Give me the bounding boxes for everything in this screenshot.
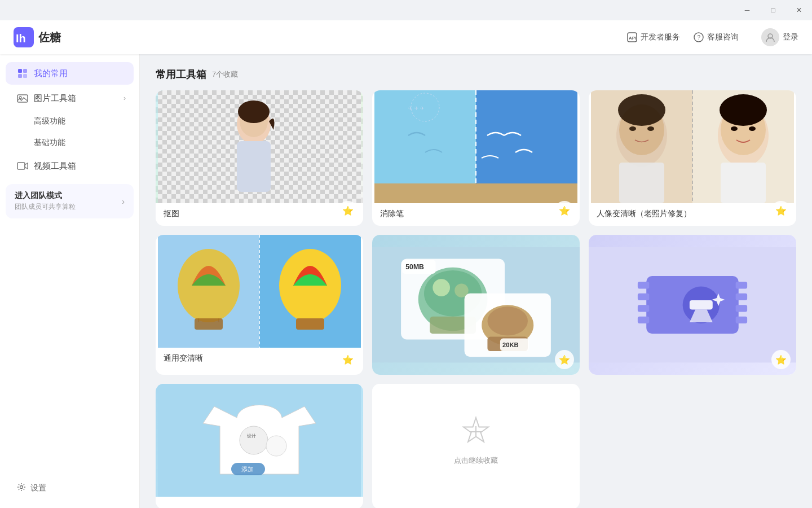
tool-card-portrait-fav[interactable]: ⭐ xyxy=(771,201,791,220)
tool-card-add-fav[interactable]: 点击继续收藏 xyxy=(372,384,580,508)
sidebar: 我的常用 图片工具箱 › 高级功能 基础功能 xyxy=(0,54,140,508)
section-badge: 7个收藏 xyxy=(212,69,238,80)
svg-point-37 xyxy=(647,126,654,131)
sidebar-favorites-label: 我的常用 xyxy=(34,68,68,79)
compress-svg: 50MB 20KB xyxy=(372,235,580,375)
add-fav-label: 点击继续收藏 xyxy=(454,456,498,466)
settings-icon xyxy=(17,483,26,493)
customer-service-label: 客服咨询 xyxy=(707,32,739,42)
svg-point-35 xyxy=(618,94,665,126)
customer-service-button[interactable]: ? 客服咨询 xyxy=(694,32,739,42)
team-card-chevron: › xyxy=(122,197,125,206)
portrait-svg xyxy=(589,90,796,203)
tool-card-tshirt[interactable]: 设计 添加 xyxy=(156,384,363,508)
tools-grid: 抠图 ⭐ ✈ ✈ ✈ xyxy=(156,90,796,508)
svg-rect-76 xyxy=(638,317,649,323)
svg-rect-73 xyxy=(638,282,649,288)
tool-card-enhance[interactable]: 通用变清晰 ⭐ xyxy=(156,235,363,375)
sidebar-spacer xyxy=(0,221,139,475)
svg-rect-21 xyxy=(237,141,271,192)
sidebar-image-label: 图片工具箱 xyxy=(34,93,76,104)
main-layout: 我的常用 图片工具箱 › 高级功能 基础功能 xyxy=(0,54,812,508)
settings-button[interactable]: 设置 xyxy=(6,477,134,499)
tool-card-tshirt-label xyxy=(156,497,363,508)
maximize-button[interactable]: □ xyxy=(760,0,786,20)
header-actions: API 开发者服务 ? 客服咨询 xyxy=(627,28,798,46)
enhance-svg xyxy=(156,235,363,348)
dev-service-button[interactable]: API 开发者服务 xyxy=(627,32,680,42)
tool-card-matting[interactable]: 抠图 ⭐ xyxy=(156,90,363,226)
tool-card-erase-pen-image: ✈ ✈ ✈ xyxy=(372,90,580,203)
api-icon: API xyxy=(627,32,637,42)
svg-rect-80 xyxy=(736,317,747,323)
app-container: Ih 佐糖 API 开发者服务 ? xyxy=(0,20,812,508)
tool-card-erase-pen[interactable]: ✈ ✈ ✈ 消除笔 xyxy=(372,90,580,226)
tool-card-portrait-label: 人像变清晰（老照片修复） xyxy=(589,203,796,226)
svg-rect-9 xyxy=(18,74,22,78)
add-fav-icon xyxy=(459,415,493,449)
svg-text:添加: 添加 xyxy=(241,466,254,472)
sidebar-item-video-toolbox[interactable]: 视频工具箱 xyxy=(6,155,134,177)
tool-card-erase-pen-label: 消除笔 xyxy=(372,203,580,226)
svg-rect-74 xyxy=(638,294,649,300)
settings-label: 设置 xyxy=(30,483,46,493)
avatar xyxy=(761,28,779,46)
svg-text:API: API xyxy=(629,36,636,41)
svg-point-86 xyxy=(266,436,286,456)
svg-rect-77 xyxy=(736,282,747,288)
dev-service-label: 开发者服务 xyxy=(641,32,680,42)
section-title: 常用工具箱 xyxy=(156,68,206,81)
logo[interactable]: Ih 佐糖 xyxy=(14,27,61,47)
sidebar-item-image-toolbox[interactable]: 图片工具箱 › xyxy=(6,87,134,110)
minimize-button[interactable]: ─ xyxy=(734,0,760,20)
svg-point-84 xyxy=(240,426,268,454)
video-erase-svg xyxy=(589,235,796,375)
team-title: 进入团队模式 xyxy=(15,191,76,201)
tool-card-add-fav-image: 点击继续收藏 xyxy=(372,384,580,497)
basic-label: 基础功能 xyxy=(34,138,65,148)
image-toolbox-icon xyxy=(17,93,28,104)
login-label: 登录 xyxy=(783,32,798,42)
svg-rect-13 xyxy=(17,163,25,169)
svg-rect-7 xyxy=(18,69,22,73)
svg-text:20KB: 20KB xyxy=(502,341,519,348)
section-header: 常用工具箱 7个收藏 xyxy=(156,68,796,81)
login-button[interactable]: 登录 xyxy=(761,28,798,46)
tool-card-video-erase[interactable]: 视频消除笔 ⭐ xyxy=(589,235,796,375)
svg-point-23 xyxy=(238,100,270,123)
close-button[interactable]: ✕ xyxy=(786,0,812,20)
sidebar-item-basic[interactable]: 基础功能 xyxy=(6,133,134,153)
tool-card-matting-fav[interactable]: ⭐ xyxy=(338,201,358,220)
team-mode-card[interactable]: 进入团队模式 团队成员可共享算粒 › xyxy=(6,184,134,218)
tool-card-enhance-image xyxy=(156,235,363,348)
svg-rect-78 xyxy=(736,294,747,300)
svg-rect-38 xyxy=(619,163,664,203)
sidebar-item-advanced[interactable]: 高级功能 xyxy=(6,111,134,132)
svg-text:Ih: Ih xyxy=(16,32,26,45)
matting-bg-svg xyxy=(156,90,363,203)
tshirt-svg: 设计 添加 xyxy=(156,384,363,497)
team-card-info: 进入团队模式 团队成员可共享算粒 xyxy=(15,191,76,212)
advanced-label: 高级功能 xyxy=(34,116,65,126)
svg-text:?: ? xyxy=(698,34,701,41)
svg-point-12 xyxy=(19,97,21,99)
svg-rect-10 xyxy=(23,74,27,78)
tool-card-portrait-image xyxy=(589,90,796,203)
svg-rect-79 xyxy=(736,305,747,312)
tool-card-compress-image: 50MB 20KB xyxy=(372,235,580,375)
favorites-icon xyxy=(17,68,28,79)
tool-card-compress[interactable]: 50MB 20KB 压缩 ⭐ xyxy=(372,235,580,375)
tool-card-video-erase-image xyxy=(589,235,796,375)
tool-card-matting-label: 抠图 xyxy=(156,203,363,226)
tool-card-enhance-label: 通用变清晰 xyxy=(156,348,363,370)
header: Ih 佐糖 API 开发者服务 ? xyxy=(0,20,812,54)
video-toolbox-icon xyxy=(17,160,28,172)
sidebar-item-favorites[interactable]: 我的常用 xyxy=(6,62,134,85)
tool-card-portrait[interactable]: 人像变清晰（老照片修复） ⭐ xyxy=(589,90,796,226)
svg-text:设计: 设计 xyxy=(247,433,256,439)
tool-card-erase-pen-fav[interactable]: ⭐ xyxy=(555,201,574,220)
svg-point-43 xyxy=(749,126,756,131)
svg-point-61 xyxy=(433,279,450,296)
image-toolbox-chevron: › xyxy=(123,94,126,102)
tool-card-tshirt-image: 设计 添加 xyxy=(156,384,363,497)
